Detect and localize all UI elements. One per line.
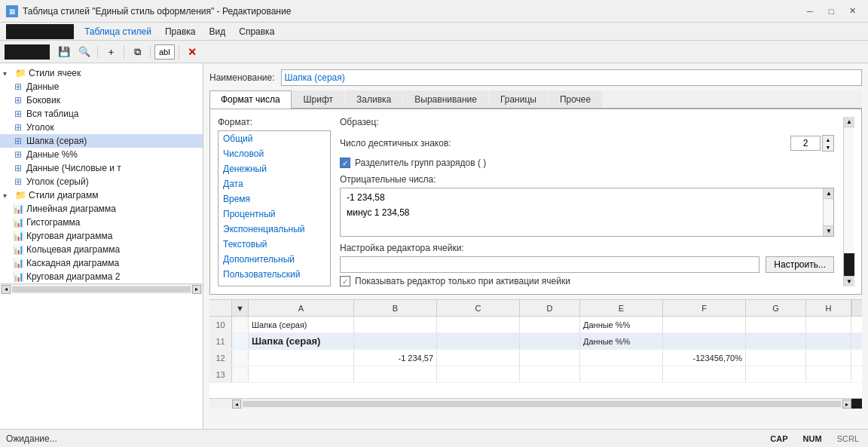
format-general[interactable]: Общий xyxy=(219,131,330,146)
cell-style-icon-corner: ⊞ xyxy=(12,122,24,133)
tree-section-chart-styles[interactable]: ▾ 📁 Стили диаграмм xyxy=(0,188,203,202)
col-header-H[interactable]: H xyxy=(806,300,851,316)
save-button[interactable]: 💾 xyxy=(55,44,73,60)
cell-10-E: Данные %% xyxy=(580,317,663,332)
col-header-A[interactable]: A xyxy=(249,300,354,316)
tree-item-line-chart[interactable]: 📊 Линейная диаграмма xyxy=(0,202,203,216)
tab-alignment[interactable]: Выравнивание xyxy=(403,90,488,108)
neg-item-2[interactable]: минус 1 234,58 xyxy=(342,205,832,220)
table-row-10: 10 Шапка (серая) Данные %% xyxy=(209,317,862,333)
format-additional[interactable]: Дополнительный xyxy=(219,252,330,267)
negative-label: Отрицательные числа: xyxy=(340,174,834,185)
decimal-input[interactable] xyxy=(790,136,821,151)
tree-item-label-cascade-chart: Каскадная диаграмма xyxy=(26,258,119,268)
add-button[interactable]: ＋ xyxy=(102,44,120,60)
cell-13-B xyxy=(354,366,437,382)
col-header-F[interactable]: F xyxy=(663,300,746,316)
format-time[interactable]: Время xyxy=(219,191,330,207)
col-header-E[interactable]: E xyxy=(580,300,663,316)
separator-row: Разделитель групп разрядов ( ) xyxy=(340,158,834,168)
show-editor-checkbox[interactable] xyxy=(340,276,350,286)
negative-section: Отрицательные числа: -1 234,58 минус 1 2… xyxy=(340,174,834,237)
chart-icon-pie: 📊 xyxy=(12,231,24,241)
menu-view[interactable]: Вид xyxy=(203,25,232,38)
table-scroll-right[interactable]: ▸ xyxy=(842,400,851,409)
right-scroll-up[interactable]: ▲ xyxy=(844,117,854,127)
col-header-D[interactable]: D xyxy=(520,300,580,316)
tree-item-data-pct[interactable]: ⊞ Данные %% xyxy=(0,148,203,161)
main-content: ▾ 📁 Стили ячеек ⊞ Данные ⊞ Боковик ⊞ Вся… xyxy=(0,63,868,429)
menu-table-styles[interactable]: Таблица стилей xyxy=(78,25,157,38)
tree-item-header-gray[interactable]: ⊞ Шапка (серая) xyxy=(0,134,203,148)
window-controls: ─ □ ✕ xyxy=(800,4,862,19)
menu-help[interactable]: Справка xyxy=(233,25,280,38)
tree-item-pie-chart[interactable]: 📊 Круговая диаграмма xyxy=(0,229,203,243)
format-numeric[interactable]: Числовой xyxy=(219,146,330,161)
tree-item-cascade-chart[interactable]: 📊 Каскадная диаграмма xyxy=(0,256,203,270)
scroll-left-btn[interactable]: ◂ xyxy=(2,285,11,294)
format-list-section: Формат: Общий Числовой Денежный Дата Вре… xyxy=(218,117,331,286)
table-hscroll[interactable]: ◂ ▸ xyxy=(209,398,862,409)
separator-checkbox[interactable] xyxy=(340,158,350,168)
negative-list: -1 234,58 минус 1 234,58 xyxy=(341,188,833,222)
tree-item-pie-chart2[interactable]: 📊 Круговая диаграмма 2 xyxy=(0,270,203,283)
tab-number-format[interactable]: Формат числа xyxy=(209,90,292,109)
delete-button[interactable]: ✕ xyxy=(183,44,201,60)
format-percent[interactable]: Процентный xyxy=(219,207,330,222)
tab-font[interactable]: Шрифт xyxy=(292,90,344,108)
tree-item-corner-gray[interactable]: ⊞ Уголок (серый) xyxy=(0,175,203,188)
close-button[interactable]: ✕ xyxy=(842,4,862,19)
tree-item-corner[interactable]: ⊞ Уголок xyxy=(0,121,203,134)
cell-10-D xyxy=(520,317,580,332)
cell-12-B: -1 234,57 xyxy=(354,350,437,366)
tree-item-sidebar[interactable]: ⊞ Боковик xyxy=(0,93,203,107)
tab-other[interactable]: Прочее xyxy=(549,90,602,108)
tab-fill[interactable]: Заливка xyxy=(345,90,402,108)
format-currency[interactable]: Денежный xyxy=(219,161,330,176)
tree-item-histogram[interactable]: 📊 Гистограмма xyxy=(0,216,203,229)
format-text[interactable]: Текстовый xyxy=(219,237,330,252)
tree-item-data[interactable]: ⊞ Данные xyxy=(0,80,203,93)
configure-button[interactable]: Настроить... xyxy=(766,256,834,273)
table-scroll-left[interactable]: ◂ xyxy=(232,400,241,409)
copy-button[interactable]: ⧉ xyxy=(128,44,146,60)
show-editor-label: Показывать редактор только при активации… xyxy=(355,276,570,286)
col-header-B[interactable]: B xyxy=(354,300,437,316)
tree-item-label-corner-gray: Уголок (серый) xyxy=(26,176,89,187)
tree-item-data-num[interactable]: ⊞ Данные (Числовые и т xyxy=(0,161,203,175)
right-scrollbar: ▲ ▼ xyxy=(843,117,854,286)
status-scrl: SCRL xyxy=(834,434,862,443)
tree-section-cell-styles[interactable]: ▾ 📁 Стили ячеек xyxy=(0,66,203,80)
search-button[interactable]: 🔍 xyxy=(75,44,93,60)
left-panel-hscroll[interactable]: ◂ ▸ xyxy=(0,283,203,294)
maximize-button[interactable]: □ xyxy=(821,4,841,19)
scroll-right-btn[interactable]: ▸ xyxy=(192,285,201,294)
col-header-C[interactable]: C xyxy=(437,300,520,316)
cell-11-H xyxy=(806,333,851,349)
name-input[interactable] xyxy=(281,69,862,86)
tree-item-all-table[interactable]: ⊞ Вся таблица xyxy=(0,107,203,121)
negative-list-container: -1 234,58 минус 1 234,58 ▲ ▼ xyxy=(340,188,834,237)
editor-input[interactable] xyxy=(340,256,760,273)
expand-icon-chart-styles: ▾ xyxy=(3,191,12,200)
format-custom[interactable]: Пользовательский xyxy=(219,267,330,282)
table-header: ▼ A B C D E F G H xyxy=(209,300,862,317)
cell-style-icon-data-pct: ⊞ xyxy=(12,149,24,160)
status-bar: Ожидание... CAP NUM SCRL xyxy=(0,429,868,447)
neg-item-1[interactable]: -1 234,58 xyxy=(342,190,832,205)
format-exponential[interactable]: Экспоненциальный xyxy=(219,222,330,237)
minimize-button[interactable]: ─ xyxy=(800,4,820,19)
format-list[interactable]: Общий Числовой Денежный Дата Время Проце… xyxy=(218,130,331,286)
spinner-down[interactable]: ▼ xyxy=(823,143,833,151)
spinner-up[interactable]: ▲ xyxy=(823,136,833,143)
chart-icon-donut: 📊 xyxy=(12,244,24,255)
col-header-G[interactable]: G xyxy=(746,300,806,316)
format-date[interactable]: Дата xyxy=(219,176,330,191)
tab-borders[interactable]: Границы xyxy=(489,90,548,108)
menu-edit[interactable]: Правка xyxy=(159,25,202,38)
neg-scroll-down[interactable]: ▼ xyxy=(824,225,834,236)
neg-scroll-up[interactable]: ▲ xyxy=(824,188,834,199)
tree-item-donut-chart[interactable]: 📊 Кольцевая диаграмма xyxy=(0,243,203,256)
tree-item-label-data: Данные xyxy=(26,81,59,92)
right-scroll-down[interactable]: ▼ xyxy=(844,276,854,286)
